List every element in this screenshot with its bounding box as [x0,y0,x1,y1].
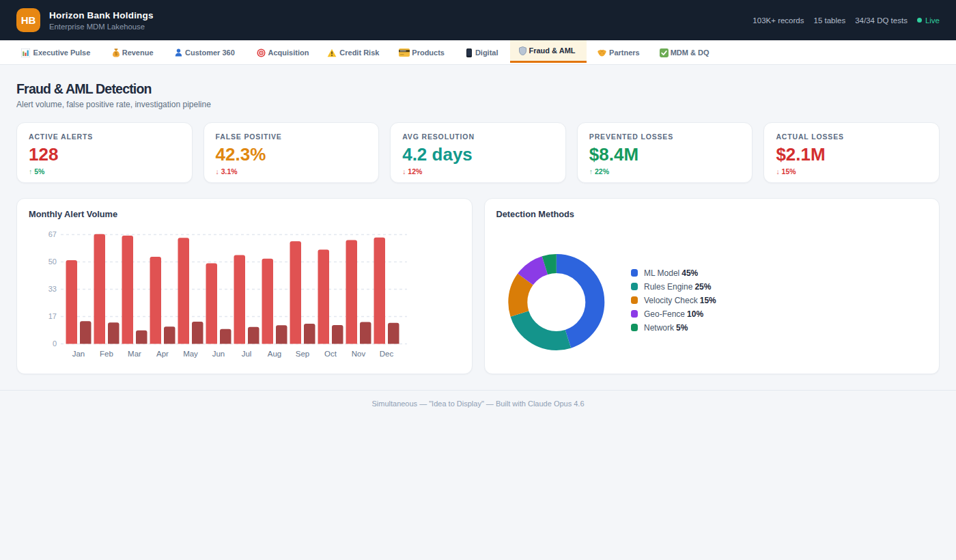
svg-text:Jun: Jun [212,349,225,357]
svg-text:0: 0 [53,339,57,348]
svg-text:17: 17 [48,312,57,320]
svg-text:Nov: Nov [352,349,366,357]
svg-text:Oct: Oct [324,349,337,357]
svg-text:Mar: Mar [128,349,141,357]
svg-text:Jan: Jan [72,349,85,357]
svg-text:$: $ [115,51,117,57]
svg-text:Aug: Aug [268,349,281,357]
svg-text:Apr: Apr [156,349,169,357]
svg-text:Feb: Feb [100,349,113,357]
svg-text:33: 33 [48,285,57,293]
svg-text:50: 50 [48,257,57,266]
svg-text:Dec: Dec [380,349,394,357]
svg-text:67: 67 [48,230,57,238]
svg-text:May: May [183,349,198,357]
svg-text:Sep: Sep [296,349,309,357]
svg-text:Jul: Jul [242,349,252,357]
